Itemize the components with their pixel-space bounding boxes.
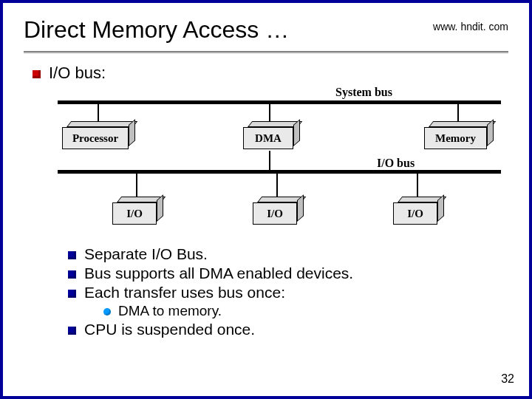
bullet-io-bus: I/O bus: — [33, 64, 499, 83]
conn-dma-sysbus — [269, 104, 270, 122]
bullet-separate-io: Separate I/O Bus. — [68, 245, 499, 263]
io-label-3: I/O — [393, 202, 437, 225]
slide-number: 32 — [501, 372, 514, 386]
conn-io2-iobus — [276, 174, 278, 197]
bullet-dma-to-memory: DMA to memory. — [103, 303, 499, 319]
system-bus-label: System bus — [335, 86, 392, 99]
dma-label: DMA — [243, 127, 293, 149]
io-label-1: I/O — [112, 202, 157, 225]
conn-io3-iobus — [417, 174, 418, 197]
slide-title: Direct Memory Access … — [24, 16, 289, 44]
conn-dma-iobus — [269, 151, 270, 170]
header-url: www. hndit. com — [433, 21, 508, 33]
bullet-supports-dma: Bus supports all DMA enabled devices. — [68, 265, 499, 282]
io-bus-label: I/O bus — [377, 157, 415, 170]
slide-header: Direct Memory Access … www. hndit. com — [3, 3, 529, 48]
title-underline — [24, 51, 508, 53]
conn-proc-sysbus — [98, 104, 99, 122]
conn-mem-sysbus — [457, 104, 459, 122]
conn-io1-iobus — [136, 174, 137, 197]
io-bus-line — [58, 170, 501, 174]
memory-label: Memory — [424, 127, 487, 149]
slide-content: I/O bus: System bus Processor DMA — [3, 64, 529, 338]
io-label-2: I/O — [253, 202, 297, 225]
processor-label: Processor — [62, 127, 129, 149]
bullet-each-transfer: Each transfer uses bus once: — [68, 284, 499, 301]
bus-diagram: System bus Processor DMA Memory — [55, 87, 505, 242]
slide-frame: Direct Memory Access … www. hndit. com I… — [0, 0, 532, 399]
bullet-cpu-suspended: CPU is suspended once. — [68, 321, 499, 338]
system-bus-line — [58, 100, 501, 104]
